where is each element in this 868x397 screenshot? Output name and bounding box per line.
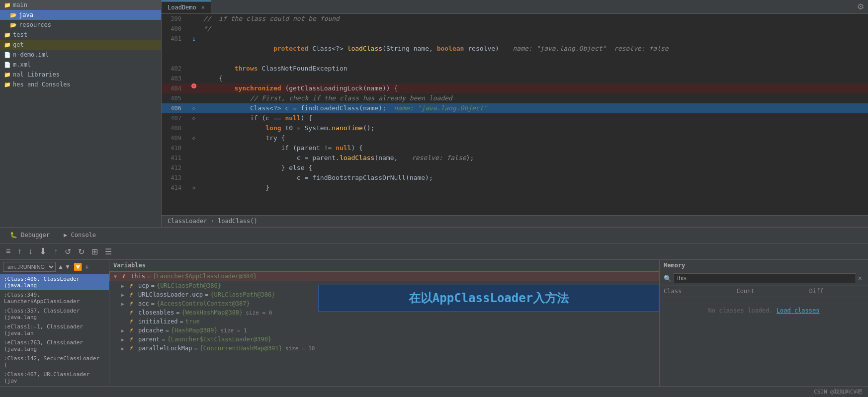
line-content: protected Class<?> loadClass(String name… — [201, 34, 868, 64]
col-class[interactable]: Class — [660, 286, 732, 297]
line-content: { — [201, 74, 868, 83]
file-icon: 📄 — [4, 52, 11, 58]
code-content: 399 // if the class could not be found 4… — [162, 14, 868, 227]
code-line-399: 399 // if the class could not be found — [162, 14, 868, 24]
toolbar-btn-down[interactable]: ↓ — [26, 246, 34, 257]
sidebar-item-libraries[interactable]: 📁 nal Libraries — [0, 70, 161, 79]
toolbar-btn-step-into[interactable]: ↑ — [52, 246, 60, 257]
field-icon: f — [129, 292, 138, 298]
code-lines: 399 // if the class could not be found 4… — [162, 14, 868, 227]
toolbar-btn-list[interactable]: ☰ — [103, 246, 114, 257]
var-item-pdcache[interactable]: ▶ f pdcache = {HashMap@389} size = 1 — [109, 326, 659, 335]
sidebar-item-main[interactable]: 📁 main — [0, 0, 161, 10]
line-num: 412 — [162, 163, 186, 173]
line-num: 408 — [162, 123, 186, 133]
file-tab-bar: LoadDemo × ⚙ — [162, 0, 868, 14]
code-line-402: 402 throws ClassNotFoundException — [162, 64, 868, 74]
filter-btn[interactable]: 🔽 — [74, 263, 82, 271]
line-content: } else { — [201, 163, 868, 173]
tab-debugger[interactable]: 🐛 Debugger — [4, 230, 56, 241]
line-num: 404 — [162, 83, 186, 93]
var-value: {HashMap@389} — [171, 327, 218, 334]
toolbar-btn-force-step[interactable]: ↺ — [63, 246, 73, 257]
line-content: */ — [201, 24, 868, 34]
frame-item-0[interactable]: :Class:406, ClassLoader (java.lang — [0, 274, 109, 290]
line-content: try { — [201, 133, 868, 143]
debug-toolbar: ≡ ↑ ↓ ⬇ ↑ ↺ ↻ ⊞ ☰ — [0, 243, 868, 260]
toolbar-btn-step-out[interactable]: ↻ — [76, 246, 87, 257]
variables-header: Variables — [109, 260, 659, 271]
sidebar-item-consoles[interactable]: 📁 hes and Consoles — [0, 79, 161, 89]
search-icon: 🔍 — [664, 275, 672, 282]
field-icon: f — [129, 283, 138, 289]
var-value: {ConcurrentHashMap@391} — [200, 345, 282, 352]
line-num: 409 — [162, 133, 186, 143]
sidebar-item-resources[interactable]: 📂 resources — [0, 20, 161, 30]
code-line-413: 413 c = findBootstrapClassOrNull(name); — [162, 173, 868, 183]
var-meta: size = 1 — [221, 327, 247, 334]
var-item-ucp[interactable]: ▶ f ucp = {URLClassPath@386} — [109, 281, 659, 290]
var-item-acc[interactable]: ▶ f acc = {AccessControlContext@387} — [109, 299, 659, 308]
memory-search-input[interactable] — [674, 273, 856, 283]
sidebar-item-get[interactable]: 📁 get — [0, 40, 161, 50]
col-diff[interactable]: Diff — [805, 286, 868, 297]
code-line-405: 405 // First, check if the class has alr… — [162, 93, 868, 103]
code-line-408: 408 long t0 = System.nanoTime(); — [162, 123, 868, 133]
var-item-this[interactable]: ▼ f this = {Launcher$AppClassLoader@384} — [109, 271, 659, 281]
memory-table: Class Count Diff No classes loaded. Load… — [660, 286, 868, 386]
var-value: {URLClassPath@386} — [157, 282, 221, 289]
sidebar-item-xml[interactable]: 📄 m.xml — [0, 60, 161, 70]
sidebar-item-test[interactable]: 📁 test — [0, 30, 161, 40]
variables-panel: Variables ▼ f this = {Launcher$AppClassL… — [109, 260, 659, 386]
tab-close-button[interactable]: × — [201, 4, 205, 11]
frame-item-1[interactable]: :Class:349, Launcher$AppClassLoader — [0, 290, 109, 306]
line-content: synchronized (getClassLoadingLock(name))… — [201, 83, 868, 93]
line-gutter: ◇ — [186, 103, 201, 113]
var-name: parallelLockMap — [138, 345, 192, 352]
folder-blue-icon: 📂 — [10, 22, 17, 28]
settings-button[interactable]: ⚙ — [853, 0, 868, 13]
frame-item-2[interactable]: :Class:357, ClassLoader (java.lang — [0, 306, 109, 322]
frame-item-4[interactable]: :eClass:763, ClassLoader (java.lang — [0, 338, 109, 354]
code-line-406: 406 ◇ Class<?> c = findLoadedClass(name)… — [162, 103, 868, 113]
frame-item-6[interactable]: :Class:467, URLClassLoader (jav — [0, 370, 109, 386]
code-line-410: 410 if (parent != null) { — [162, 143, 868, 153]
file-tab-loaddemo[interactable]: LoadDemo × — [162, 0, 211, 13]
thread-up-btn[interactable]: ▲ — [58, 263, 64, 270]
line-content: if (c == null) { — [201, 113, 868, 123]
line-num: 399 — [162, 14, 186, 24]
col-count[interactable]: Count — [732, 286, 805, 297]
breadcrumb-text: ClassLoader › loadClass() — [168, 218, 258, 225]
var-name: closeables — [138, 309, 174, 316]
sidebar-item-label: resources — [19, 21, 51, 28]
toolbar-btn-step-over[interactable]: ⬇ — [37, 245, 49, 258]
code-line-412: 412 } else { — [162, 163, 868, 173]
toolbar-btn-menu[interactable]: ≡ — [4, 246, 12, 257]
var-item-parallellockmap[interactable]: ▶ f parallelLockMap = {ConcurrentHashMap… — [109, 344, 659, 353]
toolbar-btn-grid[interactable]: ⊞ — [89, 246, 100, 257]
clear-search-button[interactable]: × — [856, 274, 864, 282]
var-value: {AccessControlContext@387} — [157, 300, 250, 307]
var-item-parent[interactable]: ▶ f parent = {Launcher$ExtClassLoader@39… — [109, 335, 659, 344]
add-watchpoint-btn[interactable]: + — [85, 263, 89, 271]
field-icon: f — [129, 301, 138, 307]
frame-item-3[interactable]: :eClass1:-1, ClassLoader (java.lan — [0, 322, 109, 338]
line-num: 413 — [162, 173, 186, 183]
toolbar-btn-up[interactable]: ↑ — [15, 246, 23, 257]
sidebar-item-label: nal Libraries — [13, 71, 60, 78]
tab-console[interactable]: ▶ Console — [58, 230, 102, 241]
var-item-closeables[interactable]: ▶ f closeables = {WeakHashMap@388} size … — [109, 308, 659, 317]
load-classes-link[interactable]: Load classes — [777, 307, 820, 314]
sidebar-item-java[interactable]: 📂 java — [0, 10, 161, 20]
thread-down-btn[interactable]: ▼ — [65, 263, 71, 270]
sidebar-item-iml[interactable]: 📄 n-demo.iml — [0, 50, 161, 60]
var-item-urlclassloader-ucp[interactable]: ▶ f URLClassLoader.ucp = {URLClassPath@3… — [109, 290, 659, 299]
var-eq: = — [151, 300, 155, 307]
frame-item-5[interactable]: :Class:142, SecureClassLoader ( — [0, 354, 109, 370]
thread-dropdown[interactable]: ain...RUNNING — [3, 262, 56, 272]
field-icon: f — [129, 319, 138, 324]
breakpoint-icon[interactable] — [191, 83, 196, 88]
top-section: 📁 main 📂 java 📂 resources 📁 test 📁 get 📄 — [0, 0, 868, 227]
code-line-400: 400 */ — [162, 24, 868, 34]
var-item-initialized[interactable]: ▶ f initialized = true — [109, 317, 659, 326]
